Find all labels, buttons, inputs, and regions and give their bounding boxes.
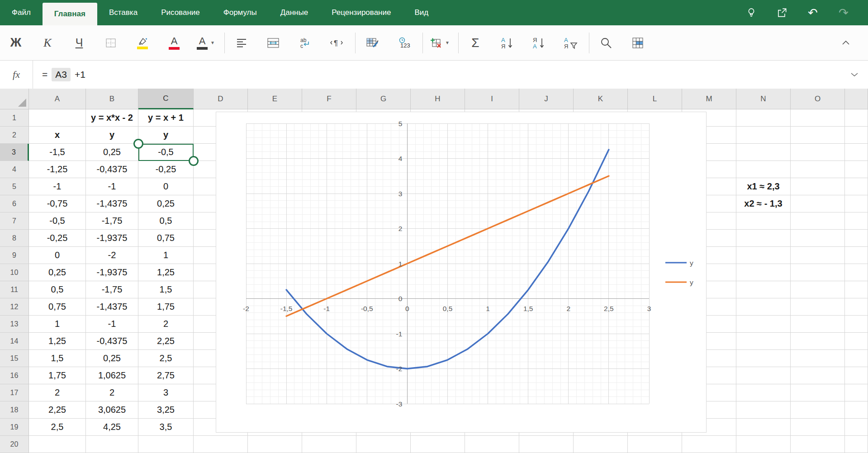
cell-B18[interactable]: 3,0625	[86, 401, 138, 419]
row-header-4[interactable]: 4	[0, 161, 29, 178]
underline-button[interactable]: Ч	[69, 29, 90, 57]
fill-color-button[interactable]	[132, 29, 153, 57]
cell-C5[interactable]: 0	[138, 178, 194, 195]
row-header-7[interactable]: 7	[0, 212, 29, 230]
sort-desc-button[interactable]: ЯА	[528, 29, 549, 57]
cell-overflow-20[interactable]	[845, 436, 868, 453]
cell-B14[interactable]: -0,4375	[86, 333, 138, 350]
search-button[interactable]	[596, 29, 617, 57]
cell-N5[interactable]: x1 ≈ 2,3	[736, 178, 791, 195]
cell-overflow-9[interactable]	[845, 247, 868, 264]
selection-handle-bottom-right[interactable]	[189, 156, 199, 166]
freeze-panes-button[interactable]	[627, 29, 648, 57]
cell-C16[interactable]: 2,75	[138, 367, 194, 384]
italic-button[interactable]: К	[37, 29, 58, 57]
cell-N4[interactable]	[736, 161, 791, 178]
column-header-K[interactable]: K	[574, 89, 628, 109]
cell-O16[interactable]	[791, 367, 845, 384]
cell-N14[interactable]	[736, 333, 791, 350]
cell-N20[interactable]	[736, 436, 791, 453]
formula-token[interactable]: +1	[75, 69, 85, 80]
tab-Данные[interactable]: Данные	[269, 0, 320, 25]
selection-handle-top-left[interactable]	[133, 139, 143, 149]
cell-overflow-6[interactable]	[845, 195, 868, 212]
tab-Рисование[interactable]: Рисование	[149, 0, 212, 25]
cell-overflow-7[interactable]	[845, 212, 868, 230]
cell-A6[interactable]: -0,75	[29, 195, 86, 212]
cell-B20[interactable]	[86, 436, 138, 453]
cell-C19[interactable]: 3,5	[138, 419, 194, 436]
cell-B8[interactable]: -1,9375	[86, 230, 138, 247]
cell-C4[interactable]: -0,25	[138, 161, 194, 178]
cell-O20[interactable]	[791, 436, 845, 453]
format-options-button[interactable]: A▼	[195, 29, 216, 57]
chart-object[interactable]: 543210-1-2-3-2-1,5-1-0,500,511,522,53yy	[216, 112, 707, 433]
column-header-I[interactable]: I	[465, 89, 519, 109]
row-header-17[interactable]: 17	[0, 384, 29, 401]
row-header-6[interactable]: 6	[0, 195, 29, 212]
cell-C20[interactable]	[138, 436, 194, 453]
cell-overflow-4[interactable]	[845, 161, 868, 178]
row-header-14[interactable]: 14	[0, 333, 29, 350]
cell-O14[interactable]	[791, 333, 845, 350]
row-header-2[interactable]: 2	[0, 127, 29, 144]
borders-button[interactable]	[100, 29, 121, 57]
formula-bar-expand-icon[interactable]	[851, 71, 858, 79]
cell-A15[interactable]: 1,5	[29, 350, 86, 367]
cell-overflow-12[interactable]	[845, 298, 868, 316]
column-header-O[interactable]: O	[791, 89, 845, 109]
merge-cells-button[interactable]	[263, 29, 284, 57]
cell-overflow-2[interactable]	[845, 127, 868, 144]
cell-O11[interactable]	[791, 281, 845, 298]
cell-overflow-16[interactable]	[845, 367, 868, 384]
row-header-11[interactable]: 11	[0, 281, 29, 298]
cell-C2[interactable]: y	[138, 127, 194, 144]
column-header-overflow[interactable]	[845, 89, 868, 109]
cell-C15[interactable]: 2,5	[138, 350, 194, 367]
column-header-E[interactable]: E	[248, 89, 302, 109]
cell-C3[interactable]: -0,5	[138, 144, 194, 161]
align-left-button[interactable]	[231, 29, 252, 57]
select-all-button[interactable]	[0, 89, 29, 109]
cell-O12[interactable]	[791, 298, 845, 316]
cell-A9[interactable]: 0	[29, 247, 86, 264]
formula-token[interactable]: =	[42, 69, 47, 80]
row-header-16[interactable]: 16	[0, 367, 29, 384]
row-header-19[interactable]: 19	[0, 419, 29, 436]
cell-A16[interactable]: 1,75	[29, 367, 86, 384]
cell-B3[interactable]: 0,25	[86, 144, 138, 161]
cell-N6[interactable]: x2 ≈ - 1,3	[736, 195, 791, 212]
cell-O3[interactable]	[791, 144, 845, 161]
row-header-12[interactable]: 12	[0, 298, 29, 316]
cell-N18[interactable]	[736, 401, 791, 419]
cell-N9[interactable]	[736, 247, 791, 264]
insert-delete-cells-button[interactable]: ▼	[429, 29, 450, 57]
cell-N15[interactable]	[736, 350, 791, 367]
autosum-button[interactable]: Σ	[465, 29, 486, 57]
column-header-M[interactable]: M	[682, 89, 736, 109]
cell-A11[interactable]: 0,5	[29, 281, 86, 298]
cell-O18[interactable]	[791, 401, 845, 419]
cell-O1[interactable]	[791, 109, 845, 127]
cell-C1[interactable]: y = x + 1	[138, 109, 194, 127]
cell-overflow-17[interactable]	[845, 384, 868, 401]
cell-A19[interactable]: 2,5	[29, 419, 86, 436]
cell-B4[interactable]: -0,4375	[86, 161, 138, 178]
cell-N16[interactable]	[736, 367, 791, 384]
font-color-button[interactable]: А	[164, 29, 185, 57]
row-header-15[interactable]: 15	[0, 350, 29, 367]
cell-B16[interactable]: 1,0625	[86, 367, 138, 384]
cell-O8[interactable]	[791, 230, 845, 247]
share-icon[interactable]	[776, 6, 788, 19]
column-header-G[interactable]: G	[356, 89, 411, 109]
cell-B2[interactable]: y	[86, 127, 138, 144]
cell-overflow-14[interactable]	[845, 333, 868, 350]
tab-Формулы[interactable]: Формулы	[212, 0, 269, 25]
cell-A10[interactable]: 0,25	[29, 264, 86, 281]
cell-A2[interactable]: x	[29, 127, 86, 144]
cell-N19[interactable]	[736, 419, 791, 436]
cell-B7[interactable]: -1,75	[86, 212, 138, 230]
cell-B11[interactable]: -1,75	[86, 281, 138, 298]
tab-Вид[interactable]: Вид	[403, 0, 440, 25]
cell-overflow-15[interactable]	[845, 350, 868, 367]
